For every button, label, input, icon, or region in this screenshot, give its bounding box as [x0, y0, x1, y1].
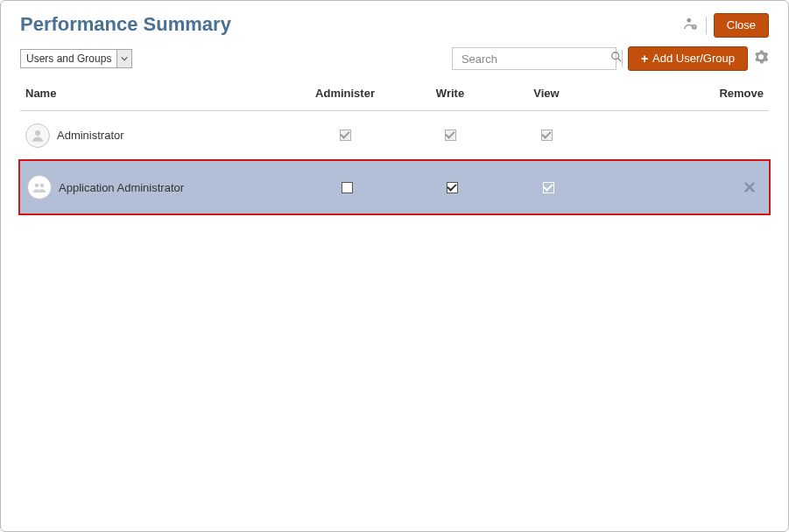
row-name-label: Application Administrator [59, 181, 184, 194]
column-header-administer: Administer [288, 87, 402, 100]
search-box[interactable] [452, 47, 616, 70]
remove-row-icon[interactable] [741, 178, 758, 196]
column-header-write: Write [402, 87, 498, 100]
svg-point-3 [612, 52, 619, 60]
permissions-dialog: Performance Summary ? Close Users and Gr… [0, 0, 789, 532]
svg-line-4 [618, 59, 622, 62]
write-checkbox [445, 130, 456, 141]
close-button[interactable]: Close [714, 13, 769, 38]
write-cell [404, 182, 500, 193]
add-user-group-button[interactable]: + Add User/Group [628, 46, 748, 71]
column-header-name: Name [25, 87, 288, 100]
chevron-down-icon [117, 50, 131, 67]
permissions-grid: Name Administer Write View Remove Admini… [1, 78, 788, 215]
svg-point-6 [35, 184, 39, 188]
header-actions: ? Close [683, 13, 769, 38]
help-person-icon[interactable]: ? [683, 16, 699, 35]
view-cell [498, 130, 595, 141]
toolbar: Users and Groups + Add User/Group [1, 43, 788, 78]
group-avatar-icon [27, 175, 52, 200]
remove-cell [596, 178, 762, 197]
gear-icon[interactable] [753, 49, 769, 68]
table-row[interactable]: Administrator [20, 111, 769, 160]
page-title: Performance Summary [20, 13, 231, 36]
view-cell [500, 182, 596, 193]
view-checkbox [543, 182, 554, 193]
administer-cell [288, 130, 402, 141]
divider [706, 17, 707, 34]
administer-checkbox [340, 130, 351, 141]
grid-header-row: Name Administer Write View Remove [20, 78, 769, 111]
administer-checkbox[interactable] [342, 182, 353, 193]
filter-select[interactable]: Users and Groups [20, 49, 132, 68]
dialog-header: Performance Summary ? Close [1, 1, 788, 43]
filter-select-value: Users and Groups [21, 50, 117, 67]
column-header-view: View [498, 87, 595, 100]
name-cell: Administrator [25, 123, 288, 148]
name-cell: Application Administrator [27, 175, 290, 200]
plus-icon: + [641, 51, 648, 66]
column-header-remove: Remove [595, 87, 764, 100]
administer-cell [290, 182, 404, 193]
view-checkbox [541, 130, 553, 141]
close-button-label: Close [727, 18, 756, 33]
divider [622, 50, 623, 67]
svg-point-5 [35, 130, 40, 136]
write-checkbox[interactable] [447, 182, 458, 193]
search-input[interactable] [460, 52, 610, 66]
row-name-label: Administrator [57, 129, 124, 142]
svg-point-7 [40, 184, 45, 188]
search-icon[interactable] [610, 51, 623, 66]
user-avatar-icon [25, 123, 50, 148]
svg-point-0 [687, 18, 691, 23]
write-cell [402, 130, 498, 141]
add-button-label: Add User/Group [652, 51, 735, 66]
table-row[interactable]: Application Administrator [18, 159, 771, 215]
toolbar-right: + Add User/Group [452, 46, 769, 71]
